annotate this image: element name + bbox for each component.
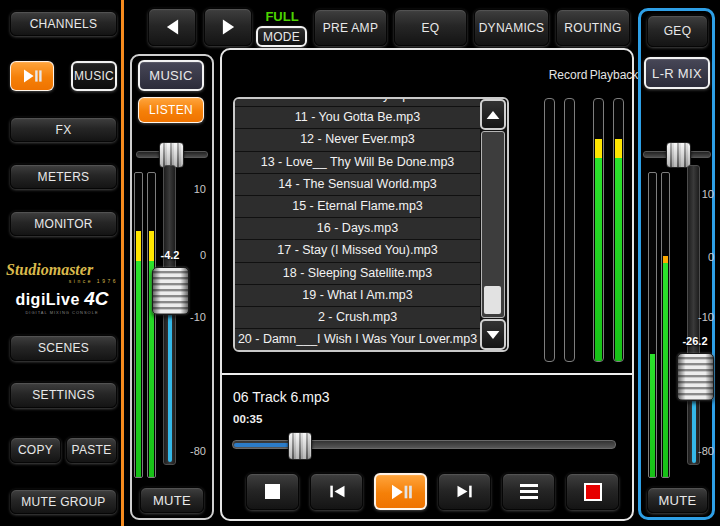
- meter-orange-tip-segment: [663, 256, 668, 263]
- playlist-item[interactable]: 19 - What I Am.mp3: [235, 285, 480, 307]
- fx-button[interactable]: FX: [10, 117, 117, 142]
- playlist-rows: 10 - Walk On By.mp3 11 - You Gotta Be.mp…: [235, 97, 480, 352]
- playlist-item[interactable]: 2 - Crush.mp3: [235, 307, 480, 329]
- scale-plus10: 10: [186, 183, 206, 195]
- playlist-item[interactable]: 13 - Love__ Thy Will Be Done.mp3: [235, 152, 480, 174]
- playlist-item[interactable]: 15 - Eternal Flame.mp3: [235, 196, 480, 218]
- master-pan-knob[interactable]: [666, 142, 691, 168]
- master-meter-left: [648, 172, 657, 478]
- playlist-item[interactable]: 17 - Stay (I Missed You).mp3: [235, 240, 480, 262]
- channel-name-button[interactable]: MUSIC: [138, 60, 204, 91]
- brand-product: digiLive: [15, 291, 79, 308]
- digilive-logo: digiLive 4C DIGITAL MIXING CONSOLE: [6, 288, 118, 315]
- sidebar-music-button[interactable]: MUSIC: [71, 61, 117, 91]
- sidebar: CHANNELS MUSIC FX METERS MONITOR Studiom…: [0, 0, 121, 526]
- music-player-panel: Record Playback 10 - Walk On By.mp3 11 -…: [220, 48, 634, 521]
- dynamics-button[interactable]: DYNAMICS: [474, 9, 549, 46]
- preamp-button[interactable]: PRE AMP: [314, 9, 387, 46]
- fader-knob[interactable]: [152, 267, 189, 315]
- master-fader-knob[interactable]: [677, 353, 714, 401]
- studiomaster-logo: Studiomaster since 1976: [6, 260, 118, 284]
- arrow-left-icon: [165, 18, 180, 36]
- playlist-item[interactable]: 18 - Sleeping Satellite.mp3: [235, 263, 480, 285]
- meter-yellow-segment: [136, 231, 141, 261]
- master-mute-button[interactable]: MUTE: [647, 487, 708, 513]
- scale-minus10: -10: [694, 311, 714, 323]
- playlist-item[interactable]: 12 - Never Ever.mp3: [235, 129, 480, 151]
- mode-button[interactable]: MODE: [256, 26, 307, 47]
- scroll-up-button[interactable]: [480, 99, 506, 130]
- scale-zero: 0: [694, 251, 714, 263]
- nav-previous-channel-button[interactable]: [148, 8, 196, 46]
- playlist: 10 - Walk On By.mp3 11 - You Gotta Be.mp…: [233, 97, 509, 352]
- copy-button[interactable]: COPY: [10, 437, 61, 463]
- meter-green-segment: [650, 354, 655, 477]
- scale-plus10: 10: [694, 188, 714, 200]
- brand-name: Studiomaster: [6, 260, 118, 280]
- next-track-icon: [455, 483, 475, 500]
- mode-state-label: FULL: [254, 9, 310, 24]
- record-meter-right: [564, 98, 575, 362]
- record-icon: [584, 483, 602, 501]
- meter-green-segment: [663, 263, 668, 477]
- geq-button[interactable]: GEQ: [647, 15, 708, 47]
- scroll-down-button[interactable]: [480, 319, 506, 350]
- master-meter-right: [661, 172, 670, 478]
- scale-minus80: -80: [694, 445, 714, 457]
- music-player-button[interactable]: [10, 61, 54, 91]
- sidebar-divider: [121, 0, 124, 526]
- playlist-item[interactable]: 14 - The Sensual World.mp3: [235, 174, 480, 196]
- channels-button[interactable]: CHANNELS: [10, 11, 117, 36]
- play-pause-icon: [389, 483, 413, 501]
- playlist-menu-icon: [520, 484, 538, 499]
- scroll-track[interactable]: [481, 131, 505, 318]
- scenes-button[interactable]: SCENES: [10, 335, 117, 361]
- mute-group-button[interactable]: MUTE GROUP: [10, 489, 117, 514]
- brand-model: 4C: [84, 288, 108, 309]
- next-track-button[interactable]: [438, 473, 491, 510]
- eq-button[interactable]: EQ: [394, 9, 467, 46]
- mixer-app: CHANNELS MUSIC FX METERS MONITOR Studiom…: [0, 0, 720, 526]
- scale-minus80: -80: [186, 445, 206, 457]
- channel-meter-left: [134, 172, 143, 478]
- meter-green-segment: [595, 158, 602, 362]
- stop-button[interactable]: [246, 473, 299, 510]
- nav-next-channel-button[interactable]: [204, 8, 252, 46]
- master-fader-value: -26.2: [674, 335, 716, 347]
- listen-button[interactable]: LISTEN: [138, 97, 204, 123]
- meter-green-segment: [615, 158, 622, 362]
- monitor-button[interactable]: MONITOR: [10, 211, 117, 236]
- playlist-menu-button[interactable]: [502, 473, 555, 510]
- seek-knob[interactable]: [288, 432, 312, 460]
- playback-meter-right: [613, 98, 624, 362]
- lr-mix-master-strip: GEQ L-R MIX -26.2 10 0 -10 -80 MUTE: [638, 8, 715, 520]
- record-button[interactable]: [566, 473, 619, 510]
- routing-button[interactable]: ROUTING: [556, 9, 630, 46]
- brand-subtitle: DIGITAL MIXING CONSOLE: [6, 310, 118, 315]
- playlist-item[interactable]: 11 - You Gotta Be.mp3: [235, 107, 480, 129]
- arrow-right-icon: [221, 18, 236, 36]
- track-title: 06 Track 6.mp3: [233, 389, 330, 405]
- playback-meter-left: [593, 98, 604, 362]
- meter-yellow-segment: [615, 139, 622, 158]
- scale-minus10: -10: [186, 311, 206, 323]
- fader-cyan-line: [168, 313, 172, 462]
- scale-zero: 0: [186, 249, 206, 261]
- previous-track-button[interactable]: [310, 473, 363, 510]
- meters-button[interactable]: METERS: [10, 164, 117, 189]
- arrow-down-icon: [485, 329, 501, 341]
- playlist-item[interactable]: 16 - Days.mp3: [235, 218, 480, 240]
- paste-button[interactable]: PASTE: [66, 437, 117, 463]
- record-meter-left: [544, 98, 555, 362]
- playlist-item[interactable]: 10 - Walk On By.mp3: [235, 97, 480, 107]
- playlist-scrollbar[interactable]: [480, 99, 507, 350]
- play-pause-button[interactable]: [374, 473, 427, 510]
- master-name-button[interactable]: L-R MIX: [644, 57, 710, 89]
- playlist-item: [235, 351, 480, 352]
- scroll-thumb[interactable]: [484, 286, 501, 314]
- elapsed-time: 00:35: [233, 413, 262, 425]
- playlist-item[interactable]: 20 - Damn___I Wish I Was Your Lover.mp3: [235, 329, 480, 351]
- mute-button[interactable]: MUTE: [140, 487, 204, 513]
- previous-track-icon: [327, 483, 347, 500]
- settings-button[interactable]: SETTINGS: [10, 382, 117, 408]
